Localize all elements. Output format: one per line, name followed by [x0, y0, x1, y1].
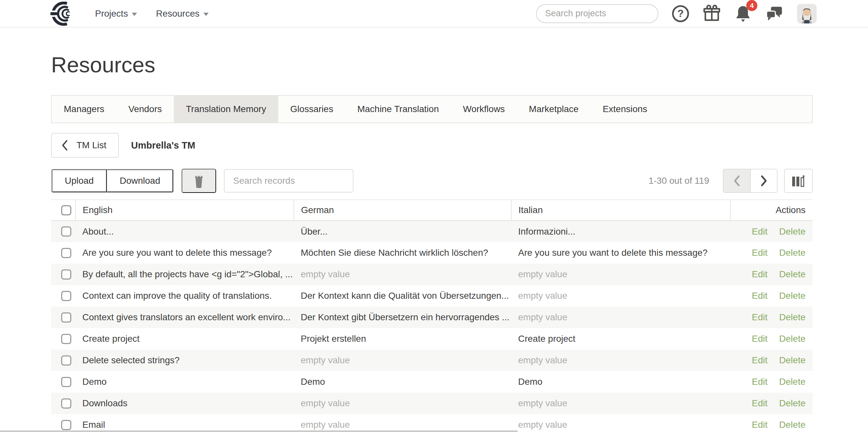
- upload-button[interactable]: Upload: [52, 169, 107, 192]
- cell-italian: Informazioni...: [511, 221, 730, 242]
- tab-machine-translation[interactable]: Machine Translation: [345, 96, 451, 122]
- edit-link[interactable]: Edit: [752, 420, 768, 430]
- chevron-left-icon: [62, 140, 68, 151]
- delete-link[interactable]: Delete: [779, 269, 806, 279]
- delete-link[interactable]: Delete: [779, 355, 806, 365]
- columns-icon: [791, 173, 806, 188]
- delete-link[interactable]: Delete: [779, 398, 806, 408]
- manage-columns-button[interactable]: [784, 169, 813, 193]
- cell-italian: empty value: [511, 350, 730, 371]
- chevron-left-icon: [733, 175, 740, 187]
- chevron-down-icon: [204, 13, 209, 16]
- breadcrumb: TM List Umbrella's TM: [51, 133, 813, 158]
- next-page-button[interactable]: [750, 169, 777, 192]
- download-button[interactable]: Download: [107, 169, 174, 192]
- tab-marketplace[interactable]: Marketplace: [517, 96, 591, 122]
- table-row: Context can improve the quality of trans…: [51, 285, 813, 307]
- table-row: Downloads empty value empty value Edit D…: [51, 393, 813, 414]
- messages-icon: [765, 5, 783, 22]
- messages-button[interactable]: [765, 5, 783, 22]
- project-search-input[interactable]: [545, 8, 660, 19]
- notifications-button[interactable]: 4: [735, 5, 751, 23]
- edit-link[interactable]: Edit: [752, 355, 768, 365]
- tab-workflows[interactable]: Workflows: [451, 96, 517, 122]
- row-checkbox[interactable]: [61, 248, 71, 258]
- row-checkbox[interactable]: [61, 226, 71, 236]
- delete-link[interactable]: Delete: [779, 291, 806, 301]
- resources-tab-bar: Managers Vendors Translation Memory Glos…: [51, 95, 813, 123]
- row-checkbox[interactable]: [61, 291, 71, 301]
- search-records-input[interactable]: [224, 169, 353, 193]
- cell-italian: Demo: [511, 371, 730, 393]
- chevron-down-icon: [132, 13, 137, 16]
- nav-resources-menu[interactable]: Resources: [156, 8, 209, 19]
- tab-vendors[interactable]: Vendors: [117, 96, 174, 122]
- cell-german: empty value: [294, 393, 511, 414]
- cell-english: Delete selected strings?: [75, 350, 294, 371]
- row-checkbox[interactable]: [61, 420, 71, 430]
- cell-italian: Are you sure you want to delete this mes…: [511, 242, 730, 264]
- cell-english: Demo: [75, 371, 294, 393]
- nav-resources-label: Resources: [156, 8, 199, 19]
- tab-extensions[interactable]: Extensions: [591, 96, 659, 122]
- row-checkbox[interactable]: [61, 334, 71, 344]
- table-row: Email empty value empty value Edit Delet…: [51, 414, 813, 432]
- row-checkbox[interactable]: [61, 269, 71, 280]
- nav-projects-menu[interactable]: Projects: [95, 8, 137, 19]
- main-content: Resources Managers Vendors Translation M…: [0, 52, 868, 432]
- whats-new-button[interactable]: [703, 5, 721, 23]
- back-to-tm-list-button[interactable]: TM List: [51, 133, 119, 158]
- edit-link[interactable]: Edit: [752, 269, 768, 279]
- delete-link[interactable]: Delete: [779, 248, 806, 258]
- back-button-label: TM List: [76, 140, 106, 150]
- cell-italian: empty value: [511, 414, 730, 432]
- cell-italian: empty value: [511, 285, 730, 307]
- nav-projects-label: Projects: [95, 8, 128, 19]
- row-checkbox[interactable]: [61, 355, 71, 366]
- table-row: About... Über... Informazioni... Edit De…: [51, 221, 813, 242]
- delete-selected-button[interactable]: [182, 169, 216, 193]
- row-checkbox[interactable]: [61, 377, 71, 387]
- user-avatar[interactable]: [797, 4, 816, 24]
- help-button[interactable]: ?: [672, 5, 689, 22]
- organization-logo[interactable]: [50, 2, 76, 26]
- help-icon: ?: [672, 5, 689, 22]
- cell-german: Möchten Sie diese Nachricht wirklich lös…: [294, 242, 511, 264]
- tab-translation-memory[interactable]: Translation Memory: [174, 96, 278, 122]
- cell-english: By default, all the projects have <g id=…: [75, 264, 294, 285]
- tab-managers[interactable]: Managers: [52, 96, 117, 122]
- delete-link[interactable]: Delete: [779, 312, 806, 322]
- edit-link[interactable]: Edit: [752, 226, 768, 236]
- edit-link[interactable]: Edit: [752, 248, 768, 258]
- delete-link[interactable]: Delete: [779, 226, 806, 236]
- edit-link[interactable]: Edit: [752, 291, 768, 301]
- previous-page-button[interactable]: [723, 169, 750, 192]
- delete-link[interactable]: Delete: [779, 377, 806, 387]
- table-row: Demo Demo Demo Edit Delete: [51, 371, 813, 393]
- delete-link[interactable]: Delete: [779, 334, 806, 344]
- edit-link[interactable]: Edit: [752, 398, 768, 408]
- cell-english: Are you sure you want to delete this mes…: [75, 242, 294, 264]
- tab-glossaries[interactable]: Glossaries: [278, 96, 345, 122]
- current-tm-name: Umbrella's TM: [131, 140, 195, 151]
- row-checkbox[interactable]: [61, 312, 71, 322]
- project-search-box[interactable]: [536, 4, 658, 23]
- cell-german: Über...: [294, 221, 511, 242]
- header-select-cell: [51, 200, 75, 221]
- pagination-range-label: 1-30 out of 119: [649, 176, 709, 186]
- cell-german: Projekt erstellen: [294, 328, 511, 350]
- chevron-right-icon: [760, 175, 768, 187]
- select-all-checkbox[interactable]: [61, 205, 71, 215]
- table-header-row: English German Italian Actions: [51, 200, 813, 221]
- edit-link[interactable]: Edit: [752, 377, 768, 387]
- cell-english: Context can improve the quality of trans…: [75, 285, 294, 307]
- cell-german: Der Kontext kann die Qualität von Überse…: [294, 285, 511, 307]
- delete-link[interactable]: Delete: [779, 420, 806, 430]
- edit-link[interactable]: Edit: [752, 334, 768, 344]
- cell-italian: empty value: [511, 264, 730, 285]
- edit-link[interactable]: Edit: [752, 312, 768, 322]
- horizontal-scrollbar-thumb[interactable]: [0, 430, 518, 432]
- top-navigation-bar: Projects Resources ?: [0, 0, 868, 28]
- cell-german: Der Kontext gibt Übersetzern ein hervorr…: [294, 307, 511, 328]
- row-checkbox[interactable]: [61, 398, 71, 408]
